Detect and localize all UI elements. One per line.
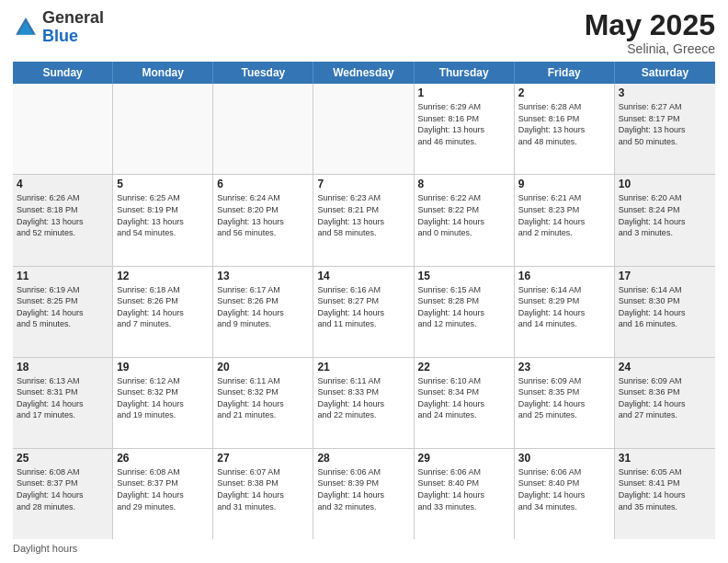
- empty-cell-0-3: [313, 84, 414, 174]
- day-info-18: Sunrise: 6:13 AM Sunset: 8:31 PM Dayligh…: [17, 375, 108, 421]
- footer-note: Daylight hours: [13, 543, 715, 554]
- day-number-3: 3: [619, 86, 711, 99]
- day-number-13: 13: [217, 270, 309, 282]
- day-info-3: Sunrise: 6:27 AM Sunset: 8:17 PM Dayligh…: [619, 101, 711, 147]
- calendar: SundayMondayTuesdayWednesdayThursdayFrid…: [13, 62, 715, 539]
- day-info-25: Sunrise: 6:08 AM Sunset: 8:37 PM Dayligh…: [17, 466, 108, 512]
- empty-cell-0-2: [213, 84, 313, 174]
- day-10: 10Sunrise: 6:20 AM Sunset: 8:24 PM Dayli…: [615, 175, 715, 265]
- day-number-19: 19: [117, 361, 209, 373]
- day-number-7: 7: [317, 178, 409, 190]
- day-number-6: 6: [217, 178, 309, 190]
- day-number-15: 15: [418, 270, 510, 282]
- title-block: May 2025 Selinia, Greece: [585, 9, 715, 56]
- day-11: 11Sunrise: 6:19 AM Sunset: 8:25 PM Dayli…: [13, 267, 113, 357]
- day-8: 8Sunrise: 6:22 AM Sunset: 8:22 PM Daylig…: [415, 175, 515, 265]
- header-day-sunday: Sunday: [13, 62, 113, 84]
- day-4: 4Sunrise: 6:26 AM Sunset: 8:18 PM Daylig…: [13, 175, 113, 265]
- day-number-11: 11: [17, 270, 108, 282]
- day-number-9: 9: [518, 178, 610, 190]
- day-number-1: 1: [418, 86, 510, 99]
- day-6: 6Sunrise: 6:24 AM Sunset: 8:20 PM Daylig…: [213, 175, 313, 265]
- day-info-6: Sunrise: 6:24 AM Sunset: 8:20 PM Dayligh…: [217, 192, 309, 238]
- day-info-16: Sunrise: 6:14 AM Sunset: 8:29 PM Dayligh…: [518, 284, 610, 330]
- day-info-26: Sunrise: 6:08 AM Sunset: 8:37 PM Dayligh…: [117, 466, 209, 512]
- day-number-26: 26: [117, 452, 209, 465]
- week-row-1: 1Sunrise: 6:29 AM Sunset: 8:16 PM Daylig…: [13, 84, 715, 175]
- logo-text: General Blue: [42, 9, 104, 46]
- day-3: 3Sunrise: 6:27 AM Sunset: 8:17 PM Daylig…: [615, 84, 715, 174]
- day-27: 27Sunrise: 6:07 AM Sunset: 8:38 PM Dayli…: [213, 449, 313, 539]
- day-info-7: Sunrise: 6:23 AM Sunset: 8:21 PM Dayligh…: [317, 192, 409, 238]
- day-14: 14Sunrise: 6:16 AM Sunset: 8:27 PM Dayli…: [313, 267, 414, 357]
- header-day-monday: Monday: [113, 62, 213, 84]
- day-info-23: Sunrise: 6:09 AM Sunset: 8:35 PM Dayligh…: [518, 375, 610, 421]
- day-31: 31Sunrise: 6:05 AM Sunset: 8:41 PM Dayli…: [615, 449, 715, 539]
- day-info-28: Sunrise: 6:06 AM Sunset: 8:39 PM Dayligh…: [317, 466, 409, 512]
- header-day-thursday: Thursday: [415, 62, 515, 84]
- day-number-24: 24: [619, 361, 711, 373]
- header-day-wednesday: Wednesday: [313, 62, 414, 84]
- day-28: 28Sunrise: 6:06 AM Sunset: 8:39 PM Dayli…: [313, 449, 414, 539]
- day-21: 21Sunrise: 6:11 AM Sunset: 8:33 PM Dayli…: [313, 358, 414, 448]
- day-info-12: Sunrise: 6:18 AM Sunset: 8:26 PM Dayligh…: [117, 284, 209, 330]
- day-info-14: Sunrise: 6:16 AM Sunset: 8:27 PM Dayligh…: [317, 284, 409, 330]
- day-info-8: Sunrise: 6:22 AM Sunset: 8:22 PM Dayligh…: [418, 192, 510, 238]
- logo-general: General: [42, 9, 104, 28]
- title-month: May 2025: [585, 9, 715, 41]
- title-location: Selinia, Greece: [585, 41, 715, 56]
- header-day-tuesday: Tuesday: [213, 62, 313, 84]
- header-day-friday: Friday: [515, 62, 615, 84]
- day-info-9: Sunrise: 6:21 AM Sunset: 8:23 PM Dayligh…: [518, 192, 610, 238]
- day-2: 2Sunrise: 6:28 AM Sunset: 8:16 PM Daylig…: [515, 84, 615, 174]
- header-day-saturday: Saturday: [615, 62, 715, 84]
- day-number-20: 20: [217, 361, 309, 373]
- day-7: 7Sunrise: 6:23 AM Sunset: 8:21 PM Daylig…: [313, 175, 414, 265]
- day-info-21: Sunrise: 6:11 AM Sunset: 8:33 PM Dayligh…: [317, 375, 409, 421]
- day-info-22: Sunrise: 6:10 AM Sunset: 8:34 PM Dayligh…: [418, 375, 510, 421]
- day-29: 29Sunrise: 6:06 AM Sunset: 8:40 PM Dayli…: [415, 449, 515, 539]
- day-info-13: Sunrise: 6:17 AM Sunset: 8:26 PM Dayligh…: [217, 284, 309, 330]
- week-row-3: 11Sunrise: 6:19 AM Sunset: 8:25 PM Dayli…: [13, 267, 715, 358]
- day-20: 20Sunrise: 6:11 AM Sunset: 8:32 PM Dayli…: [213, 358, 313, 448]
- day-12: 12Sunrise: 6:18 AM Sunset: 8:26 PM Dayli…: [113, 267, 213, 357]
- day-info-11: Sunrise: 6:19 AM Sunset: 8:25 PM Dayligh…: [17, 284, 108, 330]
- day-number-10: 10: [619, 178, 711, 190]
- day-15: 15Sunrise: 6:15 AM Sunset: 8:28 PM Dayli…: [415, 267, 515, 357]
- day-number-23: 23: [518, 361, 610, 373]
- empty-cell-0-0: [13, 84, 113, 174]
- day-info-2: Sunrise: 6:28 AM Sunset: 8:16 PM Dayligh…: [518, 101, 610, 147]
- day-25: 25Sunrise: 6:08 AM Sunset: 8:37 PM Dayli…: [13, 449, 113, 539]
- day-23: 23Sunrise: 6:09 AM Sunset: 8:35 PM Dayli…: [515, 358, 615, 448]
- day-5: 5Sunrise: 6:25 AM Sunset: 8:19 PM Daylig…: [113, 175, 213, 265]
- day-number-8: 8: [418, 178, 510, 190]
- day-9: 9Sunrise: 6:21 AM Sunset: 8:23 PM Daylig…: [515, 175, 615, 265]
- day-number-21: 21: [317, 361, 409, 373]
- day-info-24: Sunrise: 6:09 AM Sunset: 8:36 PM Dayligh…: [619, 375, 711, 421]
- page-container: General Blue May 2025 Selinia, Greece Su…: [0, 0, 728, 563]
- day-number-27: 27: [217, 452, 309, 465]
- day-number-17: 17: [619, 270, 711, 282]
- day-17: 17Sunrise: 6:14 AM Sunset: 8:30 PM Dayli…: [615, 267, 715, 357]
- day-number-22: 22: [418, 361, 510, 373]
- day-info-10: Sunrise: 6:20 AM Sunset: 8:24 PM Dayligh…: [619, 192, 711, 238]
- day-info-5: Sunrise: 6:25 AM Sunset: 8:19 PM Dayligh…: [117, 192, 209, 238]
- day-26: 26Sunrise: 6:08 AM Sunset: 8:37 PM Dayli…: [113, 449, 213, 539]
- calendar-body: 1Sunrise: 6:29 AM Sunset: 8:16 PM Daylig…: [13, 84, 715, 539]
- day-number-18: 18: [17, 361, 108, 373]
- day-info-20: Sunrise: 6:11 AM Sunset: 8:32 PM Dayligh…: [217, 375, 309, 421]
- day-number-28: 28: [317, 452, 409, 465]
- week-row-5: 25Sunrise: 6:08 AM Sunset: 8:37 PM Dayli…: [13, 449, 715, 539]
- day-24: 24Sunrise: 6:09 AM Sunset: 8:36 PM Dayli…: [615, 358, 715, 448]
- day-1: 1Sunrise: 6:29 AM Sunset: 8:16 PM Daylig…: [415, 84, 515, 174]
- day-info-15: Sunrise: 6:15 AM Sunset: 8:28 PM Dayligh…: [418, 284, 510, 330]
- day-info-19: Sunrise: 6:12 AM Sunset: 8:32 PM Dayligh…: [117, 375, 209, 421]
- day-30: 30Sunrise: 6:06 AM Sunset: 8:40 PM Dayli…: [515, 449, 615, 539]
- day-number-4: 4: [17, 178, 108, 190]
- day-info-27: Sunrise: 6:07 AM Sunset: 8:38 PM Dayligh…: [217, 466, 309, 512]
- day-number-14: 14: [317, 270, 409, 282]
- day-16: 16Sunrise: 6:14 AM Sunset: 8:29 PM Dayli…: [515, 267, 615, 357]
- day-info-4: Sunrise: 6:26 AM Sunset: 8:18 PM Dayligh…: [17, 192, 108, 238]
- day-22: 22Sunrise: 6:10 AM Sunset: 8:34 PM Dayli…: [415, 358, 515, 448]
- day-number-5: 5: [117, 178, 209, 190]
